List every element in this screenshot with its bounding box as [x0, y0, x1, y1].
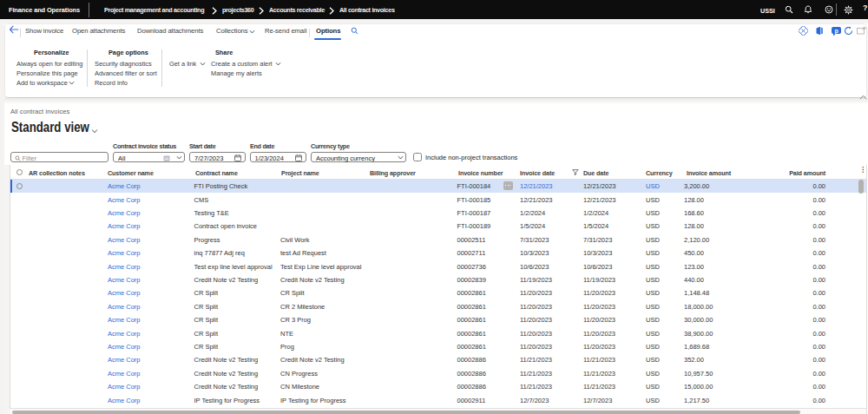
- svg-text:p: p: [834, 27, 838, 34]
